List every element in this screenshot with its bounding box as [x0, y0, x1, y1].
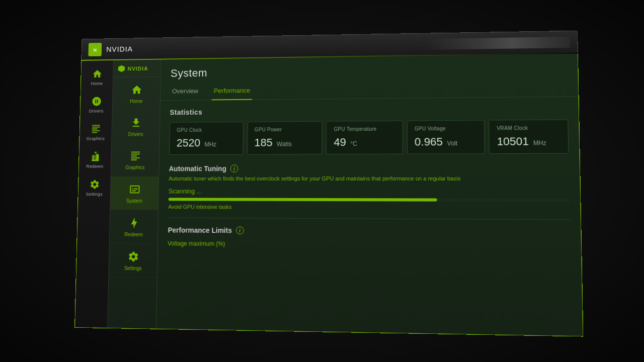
gpu-power-value: 185 [255, 136, 273, 149]
performance-limits-section: Performance Limits i Voltage maximum (%) [168, 226, 571, 250]
gpu-temp-unit: °C [350, 140, 357, 147]
stat-card-vram-clock: VRAM Clock 10501 MHz [489, 119, 569, 154]
sidebar-item-home[interactable]: Home [83, 64, 111, 90]
sidebar-home-label: Home [91, 81, 103, 86]
gpu-voltage-label: GPU Voltage [415, 126, 477, 132]
auto-tuning-title-text: Automatic Tuning [169, 164, 226, 172]
secondary-nav-settings[interactable]: Settings [109, 243, 157, 278]
avoid-text: Avoid GPU intensive tasks [168, 204, 570, 211]
sidebar-redeem-label: Redeem [87, 164, 104, 169]
sidebar-drivers-label: Drivers [89, 109, 104, 114]
secondary-graphics-label: Graphics [125, 165, 144, 170]
vram-clock-unit: MHz [533, 139, 546, 146]
secondary-nav-system[interactable]: System [110, 176, 158, 210]
secondary-redeem-icon [127, 216, 140, 230]
section-divider [168, 218, 570, 220]
gpu-temp-value-container: 49 °C [334, 136, 395, 149]
secondary-brand-label: NVIDIA [128, 65, 148, 71]
auto-tuning-title-container: Automatic Tuning i [169, 164, 570, 172]
stat-card-gpu-clock: GPU Clock 2520 MHz [169, 122, 244, 155]
progress-bar-container [169, 198, 570, 202]
stat-card-gpu-voltage: GPU Voltage 0.965 Volt [407, 120, 485, 154]
title-bar-decoration [425, 36, 570, 49]
perf-limits-title-container: Performance Limits i [168, 226, 570, 237]
secondary-nav-redeem[interactable]: Redeem [110, 210, 158, 244]
gpu-temp-value: 49 [334, 136, 346, 148]
app-logo: N [88, 43, 102, 56]
secondary-nav-graphics[interactable]: Graphics [111, 143, 159, 176]
progress-bar [169, 198, 437, 201]
secondary-header: NVIDIA [113, 60, 160, 78]
stat-card-gpu-power: GPU Power 185 Watts [247, 121, 323, 155]
gpu-clock-value-container: 2520 MHz [177, 136, 236, 149]
tab-performance[interactable]: Performance [212, 83, 252, 101]
secondary-nav-drivers[interactable]: Drivers [112, 110, 159, 143]
tab-overview[interactable]: Overview [170, 83, 200, 101]
gpu-clock-unit: MHz [204, 141, 216, 148]
vram-clock-value-container: 10501 MHz [497, 135, 560, 148]
auto-tuning-description: Automatic tuner which finds the best ove… [169, 175, 569, 182]
vram-clock-label: VRAM Clock [497, 125, 560, 131]
gpu-temp-label: GPU Temperature [334, 126, 395, 132]
sidebar-item-graphics[interactable]: Graphics [81, 119, 110, 145]
secondary-system-icon [128, 183, 141, 196]
sidebar-graphics-label: Graphics [87, 136, 105, 141]
main-container: Home Drivers Graphics Redeem [74, 54, 583, 337]
gpu-power-value-container: 185 Watts [255, 136, 315, 149]
gpu-power-unit: Watts [277, 141, 292, 148]
gpu-voltage-value-container: 0.965 Volt [415, 135, 477, 149]
secondary-settings-icon [126, 249, 140, 263]
secondary-graphics-icon [128, 149, 142, 163]
gpu-power-label: GPU Power [255, 127, 315, 133]
settings-icon-left [89, 178, 100, 190]
secondary-drivers-icon [129, 116, 142, 130]
drivers-icon [91, 96, 102, 107]
sidebar-item-drivers[interactable]: Drivers [82, 92, 111, 117]
content-body: Statistics GPU Clock 2520 MHz GPU Power … [157, 97, 581, 259]
secondary-system-label: System [126, 198, 142, 204]
sidebar-settings-label: Settings [86, 192, 103, 197]
svg-text:N: N [94, 47, 97, 52]
auto-tuning-section: Automatic Tuning i Automatic tuner which… [168, 164, 570, 211]
gpu-clock-label: GPU Clock [177, 127, 236, 133]
content-area: System Overview Performance Statistics G… [156, 54, 583, 336]
secondary-drivers-label: Drivers [128, 132, 143, 137]
secondary-redeem-label: Redeem [124, 232, 142, 237]
left-sidebar: Home Drivers Graphics Redeem [75, 60, 114, 328]
auto-tuning-info-icon[interactable]: i [230, 164, 238, 172]
stat-card-gpu-temp: GPU Temperature 49 °C [326, 121, 403, 154]
stats-grid: GPU Clock 2520 MHz GPU Power 185 Watts [169, 119, 569, 155]
app-title: NVIDIA [106, 45, 133, 53]
gpu-voltage-value: 0.965 [415, 135, 443, 148]
app-window: N NVIDIA Home Drivers [74, 31, 583, 336]
home-icon [91, 68, 103, 80]
sidebar-item-settings[interactable]: Settings [80, 174, 109, 201]
graphics-icon [90, 123, 102, 135]
scanning-label: Scanning ... [169, 188, 570, 196]
perf-limits-info-icon[interactable]: i [236, 226, 244, 234]
secondary-home-label: Home [130, 99, 143, 104]
sidebar-item-redeem[interactable]: Redeem [80, 147, 110, 172]
perf-limits-title-text: Performance Limits [168, 226, 232, 235]
gpu-clock-value: 2520 [177, 137, 201, 149]
statistics-section-title: Statistics [170, 105, 568, 116]
gpu-voltage-unit: Volt [447, 140, 458, 147]
redeem-icon [89, 151, 101, 162]
vram-clock-value: 10501 [497, 135, 529, 148]
secondary-sidebar: NVIDIA Home Drivers Graphics [108, 60, 161, 329]
secondary-nav-home[interactable]: Home [113, 77, 160, 110]
secondary-home-icon [130, 83, 143, 97]
secondary-settings-label: Settings [124, 265, 142, 271]
voltage-max-label: Voltage maximum (%) [168, 240, 571, 250]
